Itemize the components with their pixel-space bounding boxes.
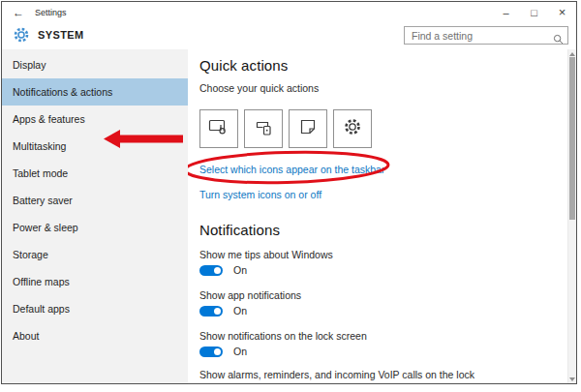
main-panel: Quick actions Choose your quick actions bbox=[188, 49, 567, 383]
title-bar: ← Settings – □ × bbox=[2, 2, 576, 22]
toggle-knob bbox=[214, 308, 221, 315]
scrollbar-thumb[interactable] bbox=[569, 57, 575, 220]
vertical-scrollbar[interactable] bbox=[567, 49, 576, 383]
settings-gear-icon bbox=[13, 26, 30, 47]
quick-action-buttons bbox=[199, 109, 372, 148]
minimize-button[interactable]: – bbox=[492, 2, 520, 22]
toggle-row-app-notifications: On bbox=[199, 305, 247, 317]
toggle-state-app-notifications: On bbox=[233, 305, 247, 317]
toggle-state-tips: On bbox=[233, 264, 247, 276]
close-button[interactable]: × bbox=[548, 2, 576, 22]
toggle-lock-screen[interactable] bbox=[199, 347, 223, 357]
red-annotation-arrow-icon bbox=[104, 130, 183, 152]
toggle-label-tips: Show me tips about Windows bbox=[199, 249, 333, 261]
all-settings-gear-icon bbox=[343, 117, 362, 140]
note-icon bbox=[298, 117, 318, 140]
quick-action-all-settings-button[interactable] bbox=[333, 109, 372, 148]
link-select-taskbar-icons[interactable]: Select which icons appear on the taskbar bbox=[199, 164, 384, 175]
settings-window: ← Settings – □ × SYSTEM bbox=[1, 1, 577, 384]
sidebar-item-offline-maps[interactable]: Offline maps bbox=[2, 268, 188, 295]
notifications-heading: Notifications bbox=[199, 222, 280, 238]
window-controls: – □ × bbox=[492, 2, 576, 22]
sidebar-item-power-sleep[interactable]: Power & sleep bbox=[2, 214, 188, 241]
sidebar-item-battery-saver[interactable]: Battery saver bbox=[2, 187, 188, 214]
window-title: Settings bbox=[35, 8, 67, 17]
quick-actions-heading: Quick actions bbox=[199, 57, 288, 74]
tablet-mode-icon bbox=[208, 117, 229, 140]
toggle-app-notifications[interactable] bbox=[199, 306, 223, 317]
link-turn-system-icons[interactable]: Turn system icons on or off bbox=[199, 189, 321, 200]
search-box bbox=[404, 26, 568, 45]
page-title: SYSTEM bbox=[38, 29, 84, 41]
search-icon[interactable] bbox=[553, 31, 564, 48]
toggle-state-lock-screen: On bbox=[233, 346, 247, 357]
connect-icon bbox=[254, 117, 273, 140]
page-header: SYSTEM bbox=[2, 22, 576, 49]
toggle-tips[interactable] bbox=[199, 265, 223, 276]
toggle-label-lock-screen: Show notifications on the lock screen bbox=[199, 330, 367, 343]
toggle-label-alarms-voip: Show alarms, reminders, and incoming VoI… bbox=[199, 369, 474, 383]
sidebar-item-apps-features[interactable]: Apps & features bbox=[2, 106, 188, 133]
sidebar-item-storage[interactable]: Storage bbox=[2, 241, 188, 268]
toggle-row-tips: On bbox=[199, 264, 247, 276]
sidebar-item-default-apps[interactable]: Default apps bbox=[2, 295, 188, 322]
quick-action-connect-button[interactable] bbox=[244, 109, 283, 148]
scroll-down-icon[interactable] bbox=[568, 375, 576, 383]
toggle-row-lock-screen: On bbox=[199, 346, 247, 357]
quick-action-tablet-mode-button[interactable] bbox=[199, 109, 238, 148]
toggle-knob bbox=[214, 348, 221, 355]
sidebar-item-about[interactable]: About bbox=[2, 322, 188, 349]
toggle-label-app-notifications: Show app notifications bbox=[199, 289, 301, 302]
sidebar: Display Notifications & actions Apps & f… bbox=[2, 49, 188, 383]
content-area: Display Notifications & actions Apps & f… bbox=[2, 49, 576, 383]
back-arrow-icon[interactable]: ← bbox=[2, 6, 35, 19]
sidebar-item-tablet-mode[interactable]: Tablet mode bbox=[2, 160, 188, 187]
sidebar-item-display[interactable]: Display bbox=[2, 51, 188, 78]
maximize-button[interactable]: □ bbox=[520, 2, 548, 22]
toggle-knob bbox=[214, 267, 221, 274]
quick-action-note-button[interactable] bbox=[289, 109, 327, 148]
search-input[interactable] bbox=[405, 27, 567, 44]
sidebar-item-notifications-actions[interactable]: Notifications & actions bbox=[2, 78, 188, 106]
quick-actions-subtitle: Choose your quick actions bbox=[199, 82, 319, 94]
